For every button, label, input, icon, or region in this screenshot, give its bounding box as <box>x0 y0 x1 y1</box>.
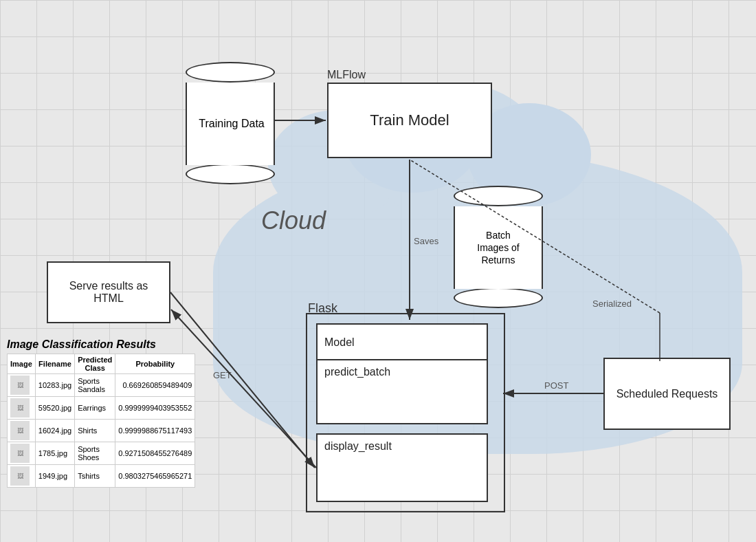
image-placeholder: 🖼 <box>10 376 30 395</box>
cell-class: Earrings <box>75 397 115 420</box>
cylinder-bottom <box>186 164 275 184</box>
scheduled-requests-box: Scheduled Requests <box>603 358 731 430</box>
cell-probability: 0.9803275465965271 <box>115 465 195 488</box>
cell-probability: 0.9271508455276489 <box>115 442 195 465</box>
results-title: Image Classification Results <box>7 338 189 351</box>
train-model-box: Train Model <box>327 83 492 158</box>
cell-filename: 1949.jpg <box>35 465 74 488</box>
cell-class: Sports Sandals <box>75 374 115 397</box>
image-placeholder: 🖼 <box>10 466 30 486</box>
cell-image: 🖼 <box>8 465 36 488</box>
table-row: 🖼16024.jpgShirts0.9999988675117493 <box>8 420 195 442</box>
cell-probability: 0.9999999403953552 <box>115 397 195 420</box>
cell-filename: 1785.jpg <box>35 442 74 465</box>
cell-image: 🖼 <box>8 442 36 465</box>
cell-probability: 0.669260859489409 <box>115 374 195 397</box>
results-table: Image Filename Predicted Class Probabili… <box>7 354 195 488</box>
col-prob: Probability <box>115 354 195 374</box>
batch-cylinder-top <box>454 186 543 206</box>
batch-cylinder-bottom <box>454 288 543 308</box>
model-box: Model <box>316 323 488 361</box>
mlflow-label: MLFlow <box>327 69 366 81</box>
col-image: Image <box>8 354 36 374</box>
serve-results-label: Serve results as HTML <box>54 280 164 305</box>
table-row: 🖼10283.jpgSports Sandals0.66926085948940… <box>8 374 195 397</box>
training-data-cylinder: Training Data <box>186 62 275 184</box>
batch-images-label: Batch Images of Returns <box>477 229 519 267</box>
training-data-label: Training Data <box>187 118 276 130</box>
cell-filename: 16024.jpg <box>35 420 74 442</box>
cloud-label: Cloud <box>261 206 326 235</box>
cell-class: Shirts <box>75 420 115 442</box>
predict-batch-label: predict_batch <box>324 366 390 378</box>
scheduled-requests-label: Scheduled Requests <box>616 388 718 400</box>
display-result-label: display_result <box>324 440 392 452</box>
predict-batch-box: predict_batch <box>316 359 488 424</box>
table-row: 🖼1949.jpgTshirts0.9803275465965271 <box>8 465 195 488</box>
display-result-box: display_result <box>316 433 488 502</box>
cell-image: 🖼 <box>8 397 36 420</box>
cylinder-top <box>186 62 275 83</box>
cell-probability: 0.9999988675117493 <box>115 420 195 442</box>
cell-class: Tshirts <box>75 465 115 488</box>
model-label: Model <box>324 336 355 349</box>
cell-class: Sports Shoes <box>75 442 115 465</box>
image-placeholder: 🖼 <box>10 444 30 463</box>
cell-image: 🖼 <box>8 374 36 397</box>
batch-images-cylinder: Batch Images of Returns <box>454 186 543 308</box>
cell-image: 🖼 <box>8 420 36 442</box>
col-class: Predicted Class <box>75 354 115 374</box>
serve-results-box: Serve results as HTML <box>47 261 170 323</box>
train-model-label: Train Model <box>370 111 449 129</box>
table-row: 🖼59520.jpgEarrings0.9999999403953552 <box>8 397 195 420</box>
col-filename: Filename <box>35 354 74 374</box>
cell-filename: 10283.jpg <box>35 374 74 397</box>
image-placeholder: 🖼 <box>10 421 30 440</box>
image-placeholder: 🖼 <box>10 398 30 418</box>
cell-filename: 59520.jpg <box>35 397 74 420</box>
results-table-container: Image Classification Results Image Filen… <box>7 338 189 488</box>
table-row: 🖼1785.jpgSports Shoes0.9271508455276489 <box>8 442 195 465</box>
